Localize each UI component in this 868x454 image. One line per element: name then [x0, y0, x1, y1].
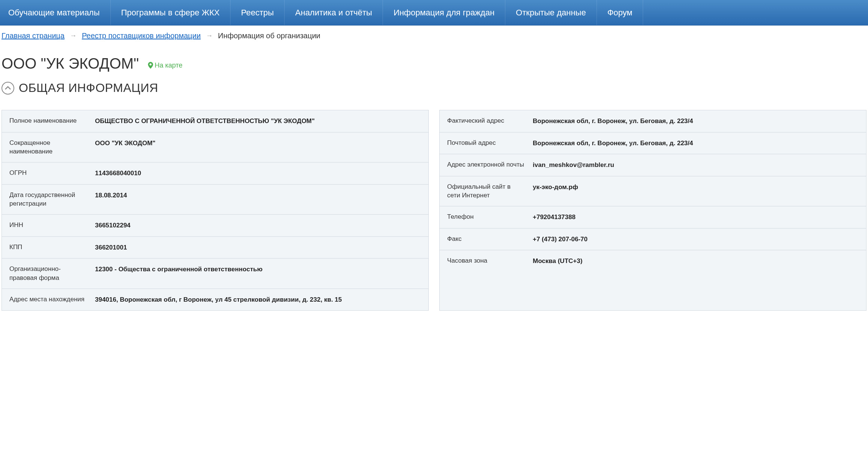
- info-value: 366201001: [95, 237, 428, 259]
- page-title: ООО "УК ЭКОДОМ": [2, 55, 139, 72]
- section-title: ОБЩАЯ ИНФОРМАЦИЯ: [19, 81, 158, 95]
- info-row: КПП366201001: [2, 237, 428, 259]
- info-grid: Полное наименованиеОБЩЕСТВО С ОГРАНИЧЕНН…: [0, 95, 868, 311]
- info-row: ИНН3665102294: [2, 215, 428, 237]
- nav-item-citizens[interactable]: Информация для граждан: [383, 0, 505, 25]
- nav-item-registries[interactable]: Реестры: [231, 0, 285, 25]
- map-link[interactable]: На карте: [148, 62, 182, 69]
- info-value: ivan_meshkov@rambler.ru: [533, 154, 866, 176]
- breadcrumb-home[interactable]: Главная страница: [2, 32, 65, 40]
- breadcrumb-arrow-icon: →: [70, 32, 77, 40]
- nav-item-analytics[interactable]: Аналитика и отчёты: [285, 0, 383, 25]
- nav-item-opendata[interactable]: Открытые данные: [505, 0, 597, 25]
- info-label: Телефон: [440, 206, 533, 228]
- breadcrumb: Главная страница → Реестр поставщиков ин…: [0, 26, 868, 40]
- info-label: КПП: [2, 237, 95, 259]
- info-label: Часовая зона: [440, 250, 533, 272]
- info-row: Адрес места нахождения394016, Воронежска…: [2, 289, 428, 311]
- map-pin-icon: [148, 62, 153, 69]
- info-row: Фактический адресВоронежская обл, г. Вор…: [440, 110, 866, 132]
- info-value: Воронежская обл, г. Воронеж, ул. Беговая…: [533, 110, 866, 132]
- info-label: Адрес электронной почты: [440, 154, 533, 176]
- info-label: Почтовый адрес: [440, 132, 533, 154]
- info-table-left: Полное наименованиеОБЩЕСТВО С ОГРАНИЧЕНН…: [2, 110, 429, 311]
- info-value: ОБЩЕСТВО С ОГРАНИЧЕННОЙ ОТВЕТСТВЕННОСТЬЮ…: [95, 110, 428, 132]
- info-row: Адрес электронной почтыivan_meshkov@ramb…: [440, 154, 866, 176]
- info-value: +7 (473) 207-06-70: [533, 229, 866, 250]
- nav-item-materials[interactable]: Обучающие материалы: [0, 0, 111, 25]
- info-row: ОГРН1143668040010: [2, 162, 428, 185]
- breadcrumb-current: Информация об организации: [218, 32, 321, 40]
- info-label: ОГРН: [2, 162, 95, 184]
- info-value: ук-эко-дом.рф: [533, 176, 866, 206]
- info-row: Телефон+79204137388: [440, 206, 866, 229]
- top-nav: Обучающие материалы Программы в сфере ЖК…: [0, 0, 868, 26]
- breadcrumb-registry[interactable]: Реестр поставщиков информации: [82, 32, 201, 40]
- info-row: Сокращенное наименованиеООО "УК ЭКОДОМ": [2, 132, 428, 163]
- info-value: 394016, Воронежская обл, г Воронеж, ул 4…: [95, 289, 428, 311]
- info-row: Факс+7 (473) 207-06-70: [440, 229, 866, 251]
- info-row: Часовая зонаМосква (UTC+3): [440, 250, 866, 272]
- info-label: Официальный сайт в сети Интернет: [440, 176, 533, 206]
- info-table-right: Фактический адресВоронежская обл, г. Вор…: [439, 110, 866, 311]
- breadcrumb-arrow-icon: →: [206, 32, 213, 40]
- info-row: Почтовый адресВоронежская обл, г. Вороне…: [440, 132, 866, 155]
- map-link-label: На карте: [155, 62, 182, 69]
- info-value: ООО "УК ЭКОДОМ": [95, 132, 428, 162]
- info-value: 3665102294: [95, 215, 428, 236]
- info-row: Официальный сайт в сети Интернетук-эко-д…: [440, 176, 866, 207]
- info-row: Организационно-правовая форма12300 - Общ…: [2, 259, 428, 289]
- info-label: ИНН: [2, 215, 95, 236]
- info-value: 12300 - Общества с ограниченной ответств…: [95, 259, 428, 289]
- info-value: 1143668040010: [95, 162, 428, 184]
- chevron-up-icon: [5, 86, 11, 90]
- collapse-button[interactable]: [2, 82, 14, 95]
- info-label: Полное наименование: [2, 110, 95, 132]
- info-label: Факс: [440, 229, 533, 250]
- info-label: Фактический адрес: [440, 110, 533, 132]
- info-label: Дата государственной регистрации: [2, 185, 95, 215]
- info-value: 18.08.2014: [95, 185, 428, 215]
- info-row: Полное наименованиеОБЩЕСТВО С ОГРАНИЧЕНН…: [2, 110, 428, 132]
- info-label: Адрес места нахождения: [2, 289, 95, 311]
- info-value: +79204137388: [533, 206, 866, 228]
- info-label: Сокращенное наименование: [2, 132, 95, 162]
- info-label: Организационно-правовая форма: [2, 259, 95, 289]
- info-value: Москва (UTC+3): [533, 250, 866, 272]
- info-value: Воронежская обл, г. Воронеж, ул. Беговая…: [533, 132, 866, 154]
- nav-item-forum[interactable]: Форум: [597, 0, 643, 25]
- nav-item-programs[interactable]: Программы в сфере ЖКХ: [111, 0, 231, 25]
- info-row: Дата государственной регистрации18.08.20…: [2, 185, 428, 215]
